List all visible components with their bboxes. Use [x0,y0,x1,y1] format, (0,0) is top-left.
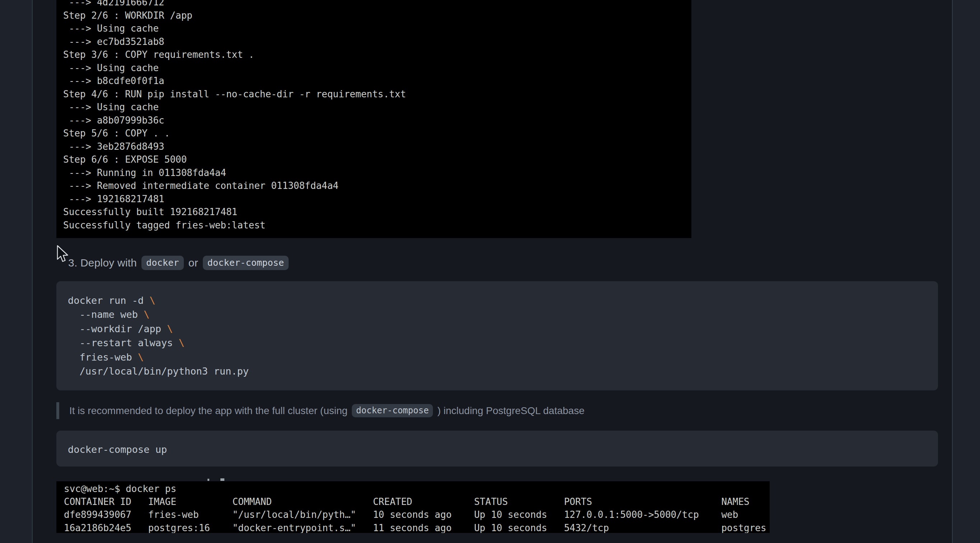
docker-build-output-text: ---> 4d2191666712Step 2/6 : WORKDIR /app… [63,0,691,232]
deploy-recommendation-note: It is recommended to deploy the app with… [56,402,584,419]
note-text-before: It is recommended to deploy the app with… [69,405,347,417]
docker-compose-up-code-block: docker-compose up [56,431,938,467]
docker-run-code-block: docker run -d \ --name web \ --workdir /… [56,281,938,390]
docker-compose-up-code-text: docker-compose up [68,443,924,457]
docker-ps-output-text: svc@web:~$ docker psCONTAINER ID IMAGE C… [64,482,770,533]
note-text-after: ) including PostgreSQL database [437,405,584,417]
inline-code-docker-compose-note: docker-compose [352,404,433,417]
docker-ps-output-screenshot: svc@web:~$ docker psCONTAINER ID IMAGE C… [56,481,770,533]
docker-build-output-screenshot: ---> 4d2191666712Step 2/6 : WORKDIR /app… [56,0,691,238]
section-heading: 3. Deploy with docker or docker-compose [68,253,289,272]
clipped-text-fragment [207,479,209,481]
clipped-text-fragment [220,478,224,481]
markdown-content: ---> 4d2191666712Step 2/6 : WORKDIR /app… [0,0,980,543]
docker-run-code-text: docker run -d \ --name web \ --workdir /… [68,293,924,378]
inline-code-docker: docker [142,256,184,270]
section-heading-text: 3. Deploy with [68,257,137,269]
inline-code-docker-compose: docker-compose [203,256,289,270]
mouse-cursor [56,245,69,263]
section-heading-conjunction: or [188,257,198,269]
